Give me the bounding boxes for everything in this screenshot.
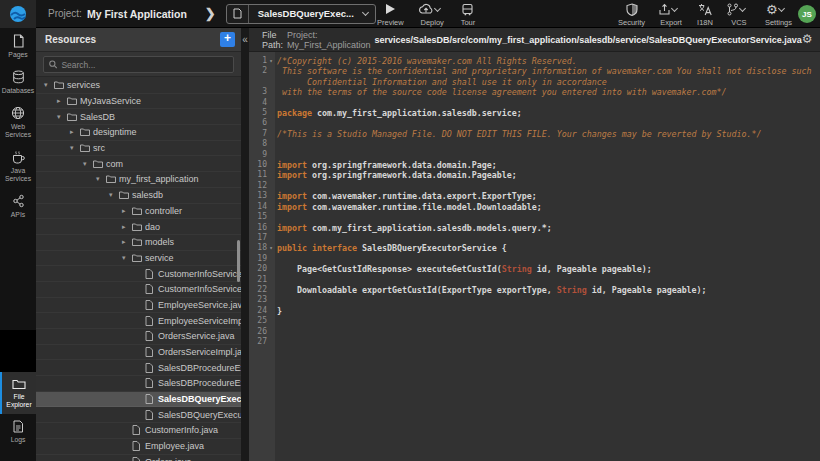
tree-open-arrow-icon[interactable]: ▾ [57, 113, 67, 121]
code-text [275, 295, 820, 305]
panel-divider[interactable]: « [241, 28, 249, 461]
tree-closed-arrow-icon[interactable]: ▸ [122, 238, 132, 246]
settings-button[interactable]: ⚙ Settings [765, 2, 792, 27]
tree-item[interactable]: Employee.java [36, 439, 241, 455]
logs-label: Logs [11, 436, 26, 444]
vcs-button[interactable]: VCS [726, 2, 752, 27]
code-text [275, 139, 820, 149]
code-line: 26 [249, 327, 820, 337]
code-line: 9 [249, 150, 820, 160]
tour-button[interactable]: Tour [461, 2, 476, 27]
code-line: 13import com.wavemaker.runtime.data.expo… [249, 191, 820, 201]
tree-item[interactable]: ▾services [36, 78, 241, 94]
tree-item[interactable]: Orders.java [36, 455, 241, 461]
file-icon [145, 331, 157, 341]
tree-item[interactable]: OrdersService.java [36, 329, 241, 345]
sidebar-item-databases[interactable]: Databases [0, 64, 36, 100]
tree-open-arrow-icon[interactable]: ▾ [122, 254, 132, 262]
folder-icon [54, 81, 66, 89]
file-tree: ▾services▸MyJavaService▾SalesDB▸designti… [36, 78, 241, 461]
search-box[interactable] [43, 56, 234, 73]
code-line: 10import org.springframework.data.domain… [249, 160, 820, 170]
tree-item[interactable]: ▸models [36, 235, 241, 251]
tree-item[interactable]: ▾SalesDB [36, 109, 241, 125]
breadcrumb-chevron-icon: ❯ [205, 6, 216, 21]
file-icon [145, 347, 157, 357]
line-number: 10 [249, 160, 267, 170]
security-button[interactable]: Security [618, 2, 645, 27]
open-file-tab[interactable]: SalesDBQueryExec... [226, 4, 376, 24]
line-number: 15 [249, 212, 267, 222]
code-text: } [275, 306, 820, 316]
tree-item-label: SalesDB [80, 112, 115, 122]
sidebar-item-pages[interactable]: Pages [0, 28, 36, 64]
tree-item[interactable]: ▸dao [36, 219, 241, 235]
tree-item[interactable]: ▾com [36, 156, 241, 172]
wavemaker-logo[interactable] [0, 0, 36, 28]
code-text [275, 337, 820, 347]
fold-gutter [267, 316, 275, 326]
tree-item[interactable]: OrdersServiceImpl.java [36, 345, 241, 361]
i18n-button[interactable]: I18N [697, 2, 713, 27]
sidebar-item-file-explorer[interactable]: File Explorer [0, 372, 36, 414]
tree-item[interactable]: CustomerInfoService.java [36, 266, 241, 282]
tree-item[interactable]: ▾service [36, 251, 241, 267]
user-avatar[interactable]: JS [798, 5, 816, 23]
folder-icon [106, 175, 118, 183]
tree-open-arrow-icon[interactable]: ▾ [44, 81, 54, 89]
search-input[interactable] [61, 60, 228, 70]
code-editor[interactable]: 1▾/*Copyright (c) 2015-2016 wavemaker.co… [249, 52, 820, 461]
tree-item[interactable]: CustomerInfoServiceImpl.java [36, 282, 241, 298]
tree-closed-arrow-icon[interactable]: ▸ [122, 223, 132, 231]
add-resource-button[interactable]: + [220, 32, 235, 47]
tree-item[interactable]: SalesDBProcedureExecutorServiceImpl.java [36, 376, 241, 392]
tree-item[interactable]: ▸controller [36, 204, 241, 220]
tree-item[interactable]: CustomerInfo.java [36, 423, 241, 439]
deploy-button[interactable]: Deploy [418, 2, 447, 27]
tree-item[interactable]: ▾my_first_application [36, 172, 241, 188]
fold-gutter [267, 170, 275, 180]
file-icon [145, 394, 157, 404]
tree-item-label: services [67, 80, 100, 90]
line-number: 8 [249, 139, 267, 149]
tree-item[interactable]: ▸designtime [36, 125, 241, 141]
logs-icon [12, 420, 24, 433]
preview-button[interactable]: Preview [377, 2, 404, 27]
fold-arrow-icon[interactable]: ▾ [267, 56, 275, 66]
tree-closed-arrow-icon[interactable]: ▸ [70, 128, 80, 136]
code-text [275, 233, 820, 243]
tree-open-arrow-icon[interactable]: ▾ [70, 144, 80, 152]
sidebar-item-web-services[interactable]: Web Services [0, 100, 36, 144]
sidebar-item-java-services[interactable]: Java Services [0, 144, 36, 188]
tree-closed-arrow-icon[interactable]: ▸ [122, 207, 132, 215]
tree-open-arrow-icon[interactable]: ▾ [96, 175, 106, 183]
tree-item-label: Orders.java [145, 457, 192, 461]
vcs-caret-icon [739, 4, 746, 11]
collapse-panel-button[interactable]: « [241, 34, 249, 45]
sidebar-item-logs[interactable]: Logs [0, 414, 36, 449]
tree-open-arrow-icon[interactable]: ▾ [109, 191, 119, 199]
tree-item[interactable]: EmployeeService.java [36, 298, 241, 314]
tree-item[interactable]: SalesDBProcedureExecutorService.java [36, 360, 241, 376]
line-number: 5 [249, 108, 267, 118]
search-icon [49, 60, 57, 69]
tree-closed-arrow-icon[interactable]: ▸ [57, 97, 67, 105]
code-text: public interface SalesDBQueryExecutorSer… [275, 243, 820, 253]
security-label: Security [618, 18, 645, 27]
tree-item[interactable]: ▸MyJavaService [36, 94, 241, 110]
file-icon [132, 441, 144, 451]
line-number: 6 [249, 118, 267, 128]
tree-open-arrow-icon[interactable]: ▾ [83, 160, 93, 168]
sidebar-item-apis[interactable]: APIs [0, 188, 36, 224]
tree-item[interactable]: SalesDBQueryExecutorServiceImpl.java [36, 407, 241, 423]
tree-item[interactable]: EmployeeServiceImpl.java [36, 313, 241, 329]
tree-item[interactable]: ▾src [36, 141, 241, 157]
tree-item[interactable]: SalesDBQueryExecutorService.java [36, 392, 241, 408]
line-number: 18 [249, 243, 267, 253]
tree-item-label: SalesDBQueryExecutorServiceImpl.java [158, 410, 241, 420]
resources-scrollbar-thumb[interactable] [237, 240, 240, 282]
file-settings-gear-icon[interactable]: ⚙ [802, 33, 813, 46]
export-button[interactable]: Export [658, 2, 684, 27]
tree-item[interactable]: ▾salesdb [36, 188, 241, 204]
fold-arrow-icon[interactable]: ▾ [267, 243, 275, 253]
